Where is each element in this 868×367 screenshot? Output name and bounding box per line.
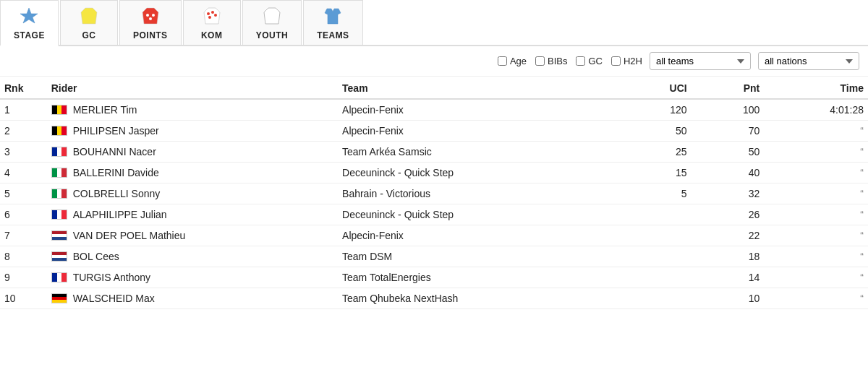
cell-pnt: 22 — [692, 225, 765, 246]
jersey-gc-icon — [80, 7, 98, 27]
header-uci: UCI — [608, 77, 692, 99]
table-row: 8BOL CeesTeam DSM18“ — [0, 246, 868, 267]
rider-name: ALAPHILIPPE Julian — [73, 209, 167, 220]
cell-uci: 25 — [608, 142, 692, 163]
h2h-checkbox[interactable] — [611, 56, 621, 66]
tab-stage[interactable]: STAGE — [0, 0, 59, 46]
table-row: 1MERLIER TimAlpecin-Fenix1201004:01:28 — [0, 99, 868, 121]
header-time: Time — [764, 77, 868, 99]
tab-points[interactable]: POINTS — [119, 0, 182, 45]
cell-time: “ — [764, 246, 868, 267]
rider-name: COLBRELLI Sonny — [73, 188, 161, 199]
cell-time: 4:01:28 — [764, 99, 868, 121]
cell-pnt: 26 — [692, 204, 765, 225]
ditto-mark: “ — [860, 125, 864, 137]
rider-name: PHILIPSEN Jasper — [73, 125, 159, 137]
age-checkbox[interactable] — [498, 56, 507, 66]
flag-fr — [51, 210, 67, 220]
cell-rank: 3 — [0, 142, 47, 163]
flag-nl — [51, 251, 67, 262]
cell-rider: TURGIS Anthony — [47, 267, 338, 288]
h2h-label: H2H — [624, 56, 642, 66]
cell-pnt: 10 — [692, 288, 765, 309]
filter-h2h[interactable]: H2H — [611, 56, 642, 66]
tab-youth-label: YOUTH — [256, 30, 289, 40]
flag-be — [51, 126, 67, 136]
cell-rank: 2 — [0, 121, 47, 142]
cell-team: Team DSM — [338, 246, 608, 267]
svg-point-6 — [214, 14, 217, 17]
cell-time: “ — [764, 184, 868, 204]
tab-bar: STAGE GC POINTS — [0, 0, 868, 46]
cell-rider: COLBRELLI Sonny — [47, 184, 338, 204]
ditto-mark: “ — [860, 167, 864, 178]
gc-checkbox[interactable] — [576, 56, 585, 66]
cell-uci: 15 — [608, 163, 692, 184]
flag-fr — [51, 147, 67, 157]
age-label: Age — [510, 56, 527, 66]
cell-rank: 4 — [0, 163, 47, 184]
cell-team: Team Arkéa Samsic — [338, 142, 608, 163]
header-rnk: Rnk — [0, 77, 47, 99]
tab-gc[interactable]: GC — [60, 0, 118, 45]
tab-teams[interactable]: TEAMS — [303, 0, 363, 45]
flag-it — [51, 168, 67, 178]
cell-uci: 5 — [608, 184, 692, 204]
rider-name: BALLERINI Davide — [73, 167, 159, 178]
results-table: Rnk Rider Team UCI Pnt Time 1MERLIER Tim… — [0, 77, 868, 309]
cell-rank: 10 — [0, 288, 47, 309]
filter-gc[interactable]: GC — [576, 56, 603, 66]
jersey-teams-icon — [323, 7, 342, 27]
cell-team: Deceuninck - Quick Step — [338, 204, 608, 225]
ditto-mark: “ — [860, 230, 864, 241]
flag-be — [51, 105, 67, 115]
filter-checkboxes: Age BIBs GC H2H — [498, 56, 642, 66]
flag-nl — [51, 230, 67, 241]
rider-name: MERLIER Tim — [73, 104, 137, 116]
table-header-row: Rnk Rider Team UCI Pnt Time — [0, 77, 868, 99]
filter-bibs[interactable]: BIBs — [535, 56, 567, 66]
tab-youth[interactable]: YOUTH — [242, 0, 302, 45]
cell-rank: 9 — [0, 267, 47, 288]
table-row: 6ALAPHILIPPE JulianDeceuninck - Quick St… — [0, 204, 868, 225]
bibs-label: BIBs — [548, 56, 567, 66]
table-row: 4BALLERINI DavideDeceuninck - Quick Step… — [0, 163, 868, 184]
cell-pnt: 100 — [692, 99, 765, 121]
table-row: 5COLBRELLI SonnyBahrain - Victorious532“ — [0, 184, 868, 204]
tab-kom[interactable]: KOM — [183, 0, 241, 45]
svg-point-5 — [211, 11, 214, 14]
cell-team: Team TotalEnergies — [338, 267, 608, 288]
filter-bar: Age BIBs GC H2H all teams all nations — [0, 46, 868, 77]
cell-time: “ — [764, 225, 868, 246]
ditto-mark: “ — [860, 293, 864, 304]
cell-team: Alpecin-Fenix — [338, 99, 608, 121]
flag-it — [51, 189, 67, 199]
bibs-checkbox[interactable] — [535, 56, 545, 66]
tab-points-label: POINTS — [133, 30, 168, 40]
cell-uci — [608, 225, 692, 246]
ditto-mark: “ — [860, 272, 864, 283]
cell-uci — [608, 288, 692, 309]
cell-rank: 7 — [0, 225, 47, 246]
cell-rank: 6 — [0, 204, 47, 225]
header-pnt: Pnt — [692, 77, 765, 99]
flag-fr — [51, 272, 67, 282]
header-rider: Rider — [47, 77, 338, 99]
table-row: 7VAN DER POEL MathieuAlpecin-Fenix22“ — [0, 225, 868, 246]
cell-time: “ — [764, 163, 868, 184]
filter-age[interactable]: Age — [498, 56, 527, 66]
nations-select[interactable]: all nations — [758, 52, 859, 70]
ditto-mark: “ — [860, 209, 864, 220]
teams-select[interactable]: all teams — [650, 52, 751, 70]
cell-uci: 50 — [608, 121, 692, 142]
cell-rider: WALSCHEID Max — [47, 288, 338, 309]
cell-team: Alpecin-Fenix — [338, 225, 608, 246]
rider-name: VAN DER POEL Mathieu — [73, 230, 186, 241]
cell-uci — [608, 267, 692, 288]
cell-rider: BOL Cees — [47, 246, 338, 267]
cell-team: Bahrain - Victorious — [338, 184, 608, 204]
table-row: 2PHILIPSEN JasperAlpecin-Fenix5070“ — [0, 121, 868, 142]
cell-time: “ — [764, 204, 868, 225]
cell-pnt: 14 — [692, 267, 765, 288]
cell-rider: MERLIER Tim — [47, 99, 338, 121]
